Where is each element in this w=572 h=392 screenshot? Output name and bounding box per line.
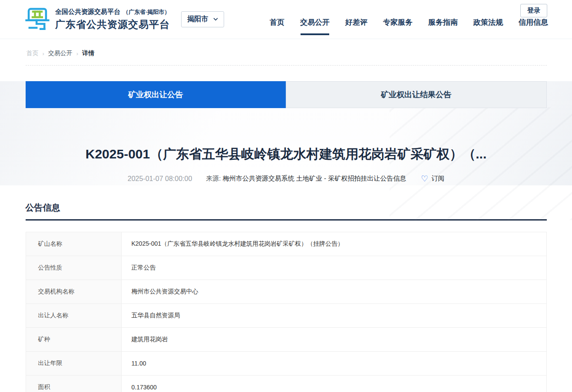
nav-item-rating[interactable]: 好差评 — [345, 17, 367, 39]
city-selector-value: 揭阳市 — [187, 15, 208, 24]
announcement-meta: 2025-01-07 08:00:00 来源: 梅州市公共资源交易系统 土地矿业… — [26, 175, 547, 183]
table-row-announcement-nature: 公告性质 正常公告 — [26, 256, 546, 280]
nav-item-credit-info[interactable]: 信用信息 — [519, 17, 548, 39]
source-text: 梅州市公共资源交易系统 土地矿业 - 采矿权招拍挂出让公告信息 — [223, 175, 407, 182]
announcement-tabs: 矿业权出让公告 矿业权出让结果公告 — [26, 81, 547, 108]
source-label: 来源: — [206, 175, 221, 182]
breadcrumb: 首页 › 交易公开 › 详情 — [26, 39, 547, 66]
brand-text: 全国公共资源交易平台 （广东省·揭阳市） 广东省公共资源交易平台 — [55, 8, 170, 31]
site-header: 全国公共资源交易平台 （广东省·揭阳市） 广东省公共资源交易平台 揭阳市 登录 … — [0, 0, 572, 39]
announcement-info-section: 公告信息 矿山名称 K2025-001（广东省五华县岐岭镇龙水村建筑用花岗岩矿采… — [26, 202, 547, 392]
table-row-transfer-years: 出让年限 11.00 — [26, 352, 546, 376]
row-value: 梅州市公共资源交易中心 — [122, 280, 546, 303]
heart-icon: ♡ — [421, 175, 428, 183]
row-value: 五华县自然资源局 — [122, 304, 546, 327]
row-label: 出让人名称 — [26, 304, 122, 327]
row-label: 矿山名称 — [26, 232, 122, 256]
tab-mining-rights-transfer-result[interactable]: 矿业权出让结果公告 — [286, 81, 547, 108]
row-value: 11.00 — [122, 352, 546, 375]
breadcrumb-home[interactable]: 首页 — [26, 49, 39, 57]
city-selector[interactable]: 揭阳市 — [181, 11, 224, 27]
region-note: （广东省·揭阳市） — [123, 8, 170, 16]
source-line: 来源: 梅州市公共资源交易系统 土地矿业 - 采矿权招拍挂出让公告信息 — [206, 175, 406, 183]
breadcrumb-detail: 详情 — [82, 49, 94, 57]
announcement-info-table: 矿山名称 K2025-001（广东省五华县岐岭镇龙水村建筑用花岗岩矿采矿权）（挂… — [26, 232, 547, 392]
row-value: 正常公告 — [122, 256, 546, 280]
breadcrumb-separator: › — [76, 50, 78, 57]
row-value: 0.173600 — [122, 376, 546, 392]
nav-item-service-guide[interactable]: 服务指南 — [428, 17, 458, 39]
nav-item-policies[interactable]: 政策法规 — [473, 17, 503, 39]
row-label: 矿种 — [26, 328, 122, 351]
province-platform-title: 广东省公共资源交易平台 — [55, 18, 170, 31]
nav-item-home[interactable]: 首页 — [270, 17, 284, 39]
nav-item-trade-public[interactable]: 交易公开 — [300, 17, 330, 39]
platform-logo-icon — [25, 5, 50, 34]
subscribe-label: 订阅 — [431, 175, 444, 183]
nav-item-expert-service[interactable]: 专家服务 — [383, 17, 413, 39]
section-title: 公告信息 — [26, 202, 547, 221]
login-button[interactable]: 登录 — [520, 4, 547, 17]
table-row-mineral-type: 矿种 建筑用花岗岩 — [26, 328, 546, 352]
row-value: K2025-001（广东省五华县岐岭镇龙水村建筑用花岗岩矿采矿权）（挂牌公告） — [122, 232, 546, 256]
row-value: 建筑用花岗岩 — [122, 328, 546, 351]
table-row-transferor-name: 出让人名称 五华县自然资源局 — [26, 304, 546, 328]
breadcrumb-separator: › — [43, 50, 44, 57]
breadcrumb-trade-public[interactable]: 交易公开 — [48, 49, 73, 57]
subscribe-button[interactable]: ♡ 订阅 — [421, 175, 444, 183]
table-row-trading-institution: 交易机构名称 梅州市公共资源交易中心 — [26, 280, 546, 304]
announcement-title: K2025-001（广东省五华县岐岭镇龙水村建筑用花岗岩矿采矿权）（... — [26, 145, 547, 163]
publish-datetime: 2025-01-07 08:00:00 — [128, 175, 192, 183]
table-row-area: 面积 0.173600 — [26, 376, 546, 392]
row-label: 公告性质 — [26, 256, 122, 280]
row-label: 出让年限 — [26, 352, 122, 375]
row-label: 交易机构名称 — [26, 280, 122, 303]
site-logo[interactable]: 全国公共资源交易平台 （广东省·揭阳市） 广东省公共资源交易平台 — [25, 5, 170, 34]
national-platform-title: 全国公共资源交易平台 — [55, 8, 120, 16]
hero-section: 矿业权出让公告 矿业权出让结果公告 K2025-001（广东省五华县岐岭镇龙水村… — [0, 81, 572, 185]
chevron-down-icon — [213, 18, 218, 21]
table-row-mine-name: 矿山名称 K2025-001（广东省五华县岐岭镇龙水村建筑用花岗岩矿采矿权）（挂… — [26, 232, 546, 256]
main-nav: 首页 交易公开 好差评 专家服务 服务指南 政策法规 信用信息 — [270, 17, 548, 39]
tab-mining-rights-transfer-announcement[interactable]: 矿业权出让公告 — [26, 81, 286, 108]
row-label: 面积 — [26, 376, 122, 392]
